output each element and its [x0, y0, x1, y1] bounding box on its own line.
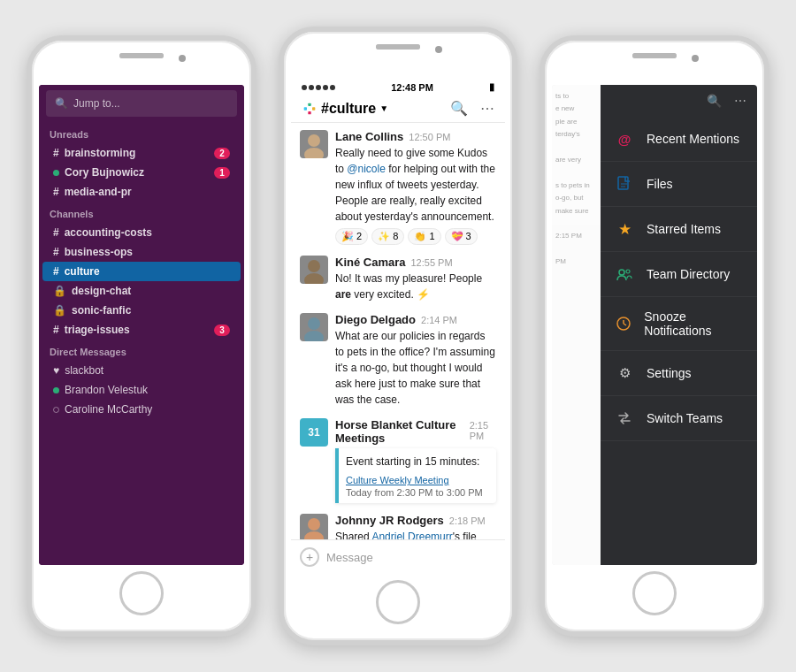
menu-item-recent-mentions[interactable]: @ Recent Mentions	[601, 117, 757, 162]
menu-item-settings[interactable]: ⚙ Settings	[601, 351, 757, 396]
sidebar-item-business-ops[interactable]: #business-ops	[42, 242, 241, 262]
chat-view: 12:48 PM ▮ #culture ▼	[291, 76, 505, 574]
more-icon-menu[interactable]: ⋯	[734, 94, 746, 108]
snooze-icon	[615, 314, 631, 333]
event-card: Event starting in 15 minutes: Culture We…	[335, 448, 496, 503]
speaker-left	[119, 53, 164, 58]
dms-label: Direct Messages	[39, 340, 244, 361]
time-lane: 12:50 PM	[409, 132, 450, 142]
mention-nicole[interactable]: @nicole	[347, 163, 386, 175]
text-johnny: Shared Andriel Dreemurr's file	[335, 529, 496, 539]
sidebar-item-accounting[interactable]: #accounting-costs	[42, 223, 241, 242]
camera-center	[435, 46, 442, 53]
hash-icon-6: #	[53, 324, 59, 336]
svg-rect-1	[308, 103, 310, 105]
hash-icon: #	[53, 147, 59, 159]
time-diego: 2:14 PM	[421, 315, 457, 325]
reaction-3[interactable]: 👏 1	[408, 228, 440, 245]
svg-point-10	[308, 518, 320, 531]
svg-point-4	[308, 134, 320, 147]
camera-left	[179, 55, 186, 62]
author-event: Horse Blanket Culture Meetings	[335, 418, 464, 445]
chat-header: #culture ▼ 🔍 ⋯	[291, 95, 505, 123]
avatar-kine	[300, 256, 328, 284]
speaker-right	[632, 53, 677, 58]
online-dot-brandon	[53, 387, 59, 393]
menu-item-starred[interactable]: ★ Starred Items	[601, 207, 757, 252]
time-event: 2:15 PM	[470, 420, 496, 441]
avatar-lane	[300, 130, 328, 158]
sidebar-item-culture[interactable]: #culture	[42, 262, 241, 281]
badge-cory: 1	[214, 167, 230, 179]
screen-center: 12:48 PM ▮ #culture ▼	[291, 76, 505, 574]
menu-item-switch-teams[interactable]: Switch Teams	[601, 396, 757, 441]
phone-right: ts toe newple areterday'sare verys to pe…	[540, 35, 769, 637]
svg-line-18	[624, 324, 626, 325]
menu-label-files: Files	[647, 177, 673, 191]
author-lane: Lane Collins	[335, 130, 403, 143]
team-dir-icon	[615, 264, 634, 284]
author-johnny: Johnny JR Rodgers	[335, 514, 444, 527]
dm-slackbot[interactable]: ♥ slackbot	[42, 361, 241, 380]
chat-messages: Lane Collins 12:50 PM Really need to giv…	[291, 123, 505, 539]
svg-point-9	[304, 331, 324, 341]
unreads-label: Unreads	[39, 122, 244, 143]
slack-sidebar: 🔍 Jump to... Unreads # brainstorming 2 C…	[39, 85, 244, 565]
search-icon-chat[interactable]: 🔍	[450, 100, 468, 117]
svg-point-16	[626, 270, 630, 273]
hash-icon-4: #	[53, 246, 59, 258]
sidebar-item-media-and-pr[interactable]: # media-and-pr	[42, 182, 241, 202]
sidebar-search[interactable]: 🔍 Jump to...	[46, 90, 237, 117]
menu-label-recent-mentions: Recent Mentions	[647, 132, 739, 146]
more-icon[interactable]: ⋯	[480, 100, 494, 117]
text-lane: Really need to give some Kudos to @nicol…	[335, 145, 496, 225]
partial-text: ts toe newple areterday'sare verys to pe…	[555, 90, 597, 268]
signal-dots	[302, 85, 335, 90]
reactions-lane: 🎉 2 ✨ 8 👏 1 💝 3	[335, 228, 496, 245]
switch-teams-icon	[615, 409, 634, 428]
mention-icon: @	[615, 129, 634, 149]
sidebar-item-cory[interactable]: Cory Bujnowicz 1	[42, 163, 241, 182]
time-display: 12:48 PM	[391, 82, 433, 93]
message-input[interactable]: Message	[326, 551, 496, 564]
search-icon: 🔍	[55, 97, 68, 110]
menu-item-team-directory[interactable]: Team Directory	[601, 252, 757, 297]
lock-icon-2: 🔒	[53, 304, 66, 317]
add-button[interactable]: +	[300, 547, 319, 567]
search-icon-menu[interactable]: 🔍	[707, 94, 722, 108]
status-bar: 12:48 PM ▮	[291, 76, 505, 95]
avatar-event: 31	[300, 418, 328, 447]
reaction-1[interactable]: 🎉 2	[335, 228, 368, 245]
menu-header: 🔍 ⋯	[601, 85, 757, 117]
reaction-2[interactable]: ✨ 8	[371, 228, 404, 245]
dm-brandon[interactable]: Brandon Velestuk	[42, 380, 241, 400]
svg-point-15	[619, 270, 624, 275]
message-johnny: Johnny JR Rodgers 2:18 PM Shared Andriel…	[300, 514, 496, 539]
text-kine: No! It was my pleasure! People are very …	[335, 271, 496, 302]
sidebar-item-brainstorming[interactable]: # brainstorming 2	[42, 143, 241, 163]
svg-rect-12	[618, 177, 628, 189]
menu-item-snooze[interactable]: Snooze Notifications	[601, 297, 757, 351]
menu-item-files[interactable]: Files	[601, 162, 757, 207]
menu-overlay: ts toe newple areterday'sare verys to pe…	[552, 85, 757, 565]
time-kine: 12:55 PM	[410, 257, 452, 268]
screen-right: ts toe newple areterday'sare verys to pe…	[552, 85, 757, 565]
dm-name-cory: Cory Bujnowicz	[65, 166, 144, 179]
svg-point-6	[308, 260, 320, 272]
menu-label-snooze: Snooze Notifications	[644, 309, 743, 338]
sidebar-item-sonic-fanfic[interactable]: 🔒sonic-fanfic	[42, 301, 241, 320]
message-lane: Lane Collins 12:50 PM Really need to giv…	[300, 130, 496, 245]
dm-caroline[interactable]: Caroline McCarthy	[42, 400, 241, 419]
sidebar-item-design-chat[interactable]: 🔒design-chat	[42, 281, 241, 301]
dropdown-arrow: ▼	[379, 103, 388, 113]
search-placeholder: Jump to...	[73, 97, 120, 110]
svg-rect-2	[312, 107, 315, 110]
event-link[interactable]: Culture Weekly Meeting	[346, 475, 449, 485]
reaction-4[interactable]: 💝 3	[445, 228, 478, 245]
hash-icon-2: #	[53, 186, 59, 198]
sidebar-item-triage[interactable]: # triage-issues 3	[42, 320, 241, 340]
hash-icon-5: #	[53, 265, 59, 278]
offline-dot-caroline	[53, 407, 59, 413]
shared-user-link[interactable]: Andriel Dreemurr	[371, 531, 452, 539]
star-icon: ★	[615, 219, 634, 239]
